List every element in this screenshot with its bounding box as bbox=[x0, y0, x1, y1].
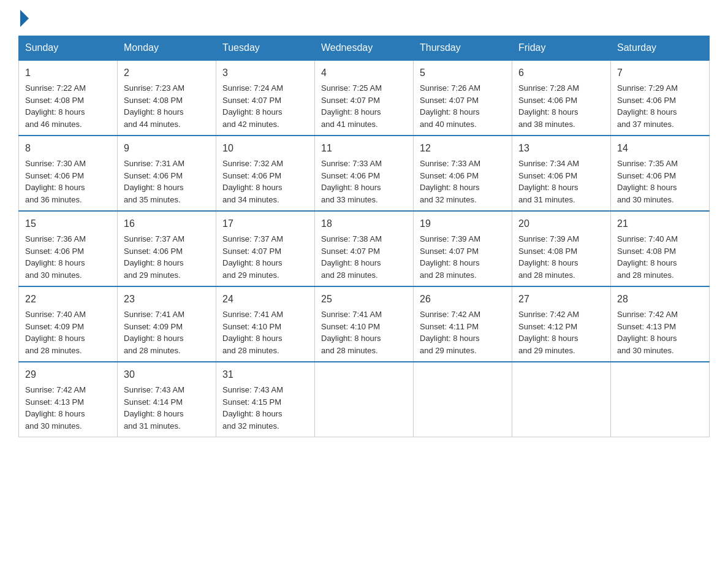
day-number: 31 bbox=[222, 367, 308, 382]
day-number: 30 bbox=[124, 367, 210, 382]
daylight-info: Daylight: 8 hours bbox=[25, 183, 85, 192]
daylight-info: Daylight: 8 hours bbox=[124, 107, 184, 117]
calendar-cell: 28Sunrise: 7:42 AMSunset: 4:13 PMDayligh… bbox=[611, 286, 710, 362]
sunset-info: Sunset: 4:07 PM bbox=[420, 96, 479, 105]
day-number: 6 bbox=[518, 66, 604, 80]
sunrise-info: Sunrise: 7:28 AM bbox=[518, 83, 579, 93]
daylight-minutes: and 37 minutes. bbox=[617, 120, 674, 129]
day-number: 3 bbox=[222, 66, 308, 80]
day-number: 25 bbox=[321, 292, 407, 307]
daylight-info: Daylight: 8 hours bbox=[25, 334, 85, 343]
day-number: 9 bbox=[124, 141, 210, 156]
sunrise-info: Sunrise: 7:41 AM bbox=[124, 310, 184, 319]
sunset-info: Sunset: 4:09 PM bbox=[124, 322, 183, 331]
sunset-info: Sunset: 4:06 PM bbox=[25, 247, 84, 256]
calendar-cell: 14Sunrise: 7:35 AMSunset: 4:06 PMDayligh… bbox=[611, 136, 710, 211]
header-friday: Friday bbox=[512, 36, 611, 61]
sunset-info: Sunset: 4:06 PM bbox=[518, 171, 577, 180]
sunrise-info: Sunrise: 7:35 AM bbox=[617, 159, 678, 168]
sunset-info: Sunset: 4:08 PM bbox=[124, 96, 183, 105]
daylight-minutes: and 30 minutes. bbox=[25, 421, 82, 431]
calendar-cell: 3Sunrise: 7:24 AMSunset: 4:07 PMDaylight… bbox=[216, 60, 315, 136]
sunset-info: Sunset: 4:14 PM bbox=[124, 397, 183, 407]
daylight-info: Daylight: 8 hours bbox=[124, 183, 184, 192]
daylight-minutes: and 31 minutes. bbox=[518, 195, 575, 204]
header-monday: Monday bbox=[118, 36, 216, 61]
calendar-cell: 1Sunrise: 7:22 AMSunset: 4:08 PMDaylight… bbox=[19, 60, 118, 136]
daylight-minutes: and 28 minutes. bbox=[222, 346, 279, 355]
daylight-info: Daylight: 8 hours bbox=[420, 183, 480, 192]
daylight-info: Daylight: 8 hours bbox=[617, 183, 677, 192]
daylight-minutes: and 36 minutes. bbox=[25, 195, 82, 204]
day-number: 16 bbox=[124, 216, 210, 231]
sunset-info: Sunset: 4:06 PM bbox=[25, 171, 84, 180]
header-sunday: Sunday bbox=[19, 36, 118, 61]
calendar-cell: 6Sunrise: 7:28 AMSunset: 4:06 PMDaylight… bbox=[512, 60, 611, 136]
sunset-info: Sunset: 4:10 PM bbox=[321, 322, 380, 331]
calendar-cell bbox=[611, 362, 710, 437]
calendar-cell bbox=[315, 362, 414, 437]
sunrise-info: Sunrise: 7:43 AM bbox=[124, 385, 184, 394]
sunset-info: Sunset: 4:06 PM bbox=[518, 96, 577, 105]
day-number: 7 bbox=[617, 66, 703, 80]
daylight-info: Daylight: 8 hours bbox=[222, 183, 282, 192]
daylight-info: Daylight: 8 hours bbox=[124, 409, 184, 418]
day-number: 1 bbox=[25, 66, 111, 80]
calendar-cell: 26Sunrise: 7:42 AMSunset: 4:11 PMDayligh… bbox=[414, 286, 512, 362]
day-number: 15 bbox=[25, 216, 111, 231]
daylight-info: Daylight: 8 hours bbox=[420, 258, 480, 267]
sunrise-info: Sunrise: 7:38 AM bbox=[321, 234, 382, 243]
day-number: 2 bbox=[124, 66, 210, 80]
day-number: 27 bbox=[518, 292, 604, 307]
day-number: 5 bbox=[420, 66, 506, 80]
daylight-info: Daylight: 8 hours bbox=[25, 409, 85, 418]
sunset-info: Sunset: 4:06 PM bbox=[222, 171, 281, 180]
sunrise-info: Sunrise: 7:40 AM bbox=[25, 310, 86, 319]
sunrise-info: Sunrise: 7:39 AM bbox=[420, 234, 480, 243]
calendar-table: SundayMondayTuesdayWednesdayThursdayFrid… bbox=[18, 36, 710, 437]
daylight-info: Daylight: 8 hours bbox=[321, 183, 381, 192]
calendar-cell bbox=[512, 362, 611, 437]
daylight-minutes: and 28 minutes. bbox=[518, 270, 575, 280]
header-thursday: Thursday bbox=[414, 36, 512, 61]
daylight-minutes: and 30 minutes. bbox=[617, 195, 674, 204]
daylight-info: Daylight: 8 hours bbox=[420, 107, 480, 117]
daylight-info: Daylight: 8 hours bbox=[25, 107, 85, 117]
daylight-info: Daylight: 8 hours bbox=[25, 258, 85, 267]
sunset-info: Sunset: 4:06 PM bbox=[124, 171, 183, 180]
calendar-cell: 30Sunrise: 7:43 AMSunset: 4:14 PMDayligh… bbox=[118, 362, 216, 437]
sunrise-info: Sunrise: 7:33 AM bbox=[420, 159, 480, 168]
daylight-minutes: and 33 minutes. bbox=[321, 195, 378, 204]
calendar-cell: 27Sunrise: 7:42 AMSunset: 4:12 PMDayligh… bbox=[512, 286, 611, 362]
day-number: 14 bbox=[617, 141, 703, 156]
sunrise-info: Sunrise: 7:26 AM bbox=[420, 83, 480, 93]
daylight-minutes: and 46 minutes. bbox=[25, 120, 82, 129]
sunset-info: Sunset: 4:07 PM bbox=[321, 247, 380, 256]
day-number: 20 bbox=[518, 216, 604, 231]
header-saturday: Saturday bbox=[611, 36, 710, 61]
sunset-info: Sunset: 4:13 PM bbox=[617, 322, 676, 331]
day-number: 17 bbox=[222, 216, 308, 231]
daylight-info: Daylight: 8 hours bbox=[420, 334, 480, 343]
daylight-info: Daylight: 8 hours bbox=[518, 258, 578, 267]
sunset-info: Sunset: 4:07 PM bbox=[222, 247, 281, 256]
daylight-minutes: and 32 minutes. bbox=[420, 195, 477, 204]
sunrise-info: Sunrise: 7:42 AM bbox=[25, 385, 86, 394]
daylight-minutes: and 34 minutes. bbox=[222, 195, 279, 204]
sunset-info: Sunset: 4:07 PM bbox=[321, 96, 380, 105]
sunrise-info: Sunrise: 7:42 AM bbox=[617, 310, 678, 319]
sunset-info: Sunset: 4:08 PM bbox=[25, 96, 84, 105]
day-number: 26 bbox=[420, 292, 506, 307]
day-number: 22 bbox=[25, 292, 111, 307]
sunset-info: Sunset: 4:12 PM bbox=[518, 322, 577, 331]
sunrise-info: Sunrise: 7:41 AM bbox=[321, 310, 382, 319]
sunrise-info: Sunrise: 7:40 AM bbox=[617, 234, 678, 243]
daylight-info: Daylight: 8 hours bbox=[321, 258, 381, 267]
sunrise-info: Sunrise: 7:32 AM bbox=[222, 159, 283, 168]
day-number: 10 bbox=[222, 141, 308, 156]
daylight-minutes: and 28 minutes. bbox=[617, 270, 674, 280]
daylight-minutes: and 29 minutes. bbox=[124, 270, 181, 280]
daylight-info: Daylight: 8 hours bbox=[124, 334, 184, 343]
day-number: 28 bbox=[617, 292, 703, 307]
sunrise-info: Sunrise: 7:30 AM bbox=[25, 159, 86, 168]
